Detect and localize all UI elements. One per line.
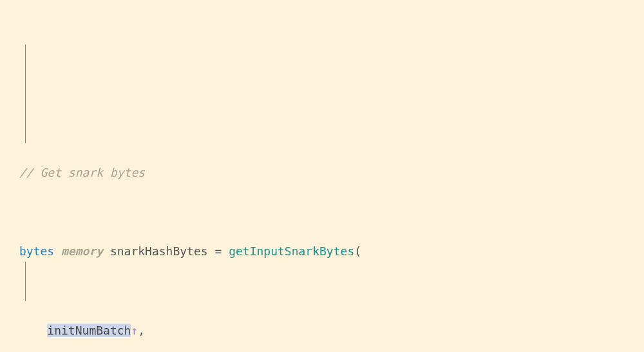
keyword: memory — [61, 244, 103, 258]
code-line: bytes memory snarkHashBytes = getInputSn… — [19, 242, 644, 262]
code-block: // Get snark bytes bytes memory snarkHas… — [0, 0, 644, 352]
keyword: bytes — [19, 244, 54, 258]
code-line: initNumBatch↑, — [19, 321, 644, 341]
up-arrow-icon: ↑ — [131, 324, 138, 337]
function-call: getInputSnarkBytes — [229, 244, 354, 258]
code-line: // Get snark bytes — [19, 163, 644, 183]
comment: // Get snark bytes — [19, 166, 145, 179]
identifier: snarkHashBytes — [110, 244, 208, 258]
param-highlight: initNumBatch — [47, 324, 131, 337]
